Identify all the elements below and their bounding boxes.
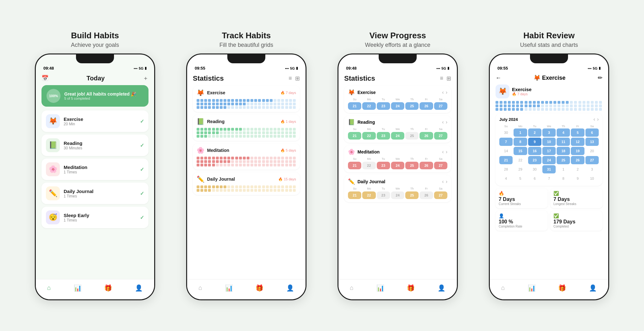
- completion-main: Great job! All habits completed 🎉: [64, 91, 136, 97]
- calendar-icon[interactable]: 📅: [41, 75, 48, 82]
- habit-name-reading: Reading: [64, 141, 136, 146]
- nav-person-2[interactable]: 👤: [286, 284, 294, 292]
- back-icon[interactable]: ←: [496, 75, 501, 81]
- nav-home-1[interactable]: ⌂: [47, 284, 51, 291]
- progress-icon-reading: 📗: [348, 119, 355, 126]
- phone-4: 09:55 ▪▪▪ 5G ▮ ← 🦊 Exercise ✏ 🦊: [489, 53, 609, 300]
- habit-card-sleep[interactable]: 😴 Sleep Early 1 Times ✓: [41, 207, 148, 228]
- nav-stats-3[interactable]: 📊: [376, 284, 384, 292]
- list-icon[interactable]: ≡: [288, 75, 292, 82]
- nav-gift-4[interactable]: 🎁: [558, 284, 566, 292]
- nav-stats-2[interactable]: 📊: [225, 284, 233, 292]
- phone-content-1: 📅 Today ＋ 100% Great job! All habits com…: [36, 72, 154, 298]
- completion-text: Great job! All habits completed 🎉 5 of 5…: [64, 91, 136, 100]
- nav-gift-2[interactable]: 🎁: [256, 284, 263, 292]
- cal-next[interactable]: ›: [597, 116, 599, 122]
- nav-stats-1[interactable]: 📊: [74, 284, 82, 292]
- tracker-label-exercise: Exercise: [207, 90, 225, 95]
- habit-card-reading[interactable]: 📗 Reading 30 Minutes ✓: [41, 134, 148, 156]
- next-icon-reading[interactable]: ›: [446, 119, 447, 125]
- habit-card-exercise[interactable]: 🦊 Exercise 20 Min ✓: [41, 110, 148, 132]
- prev-icon-exercise[interactable]: ‹: [442, 90, 444, 95]
- list-icon-3[interactable]: ≡: [440, 75, 443, 82]
- tracker-label-reading: Reading: [207, 119, 224, 124]
- stats-header-2: Statistics ≡ ⊞: [193, 72, 300, 86]
- stat-longest-streak: ✅ 7 Days Longest Streaks: [550, 188, 603, 208]
- tracker-meditation[interactable]: 🌸 Meditation 🔥 5 days: [193, 143, 300, 170]
- stat-label-4: Completed: [553, 225, 599, 228]
- tracker-icon-reading: 📗: [197, 118, 205, 125]
- time-1: 09:48: [43, 66, 54, 71]
- review-habit-name: Exercise: [512, 87, 532, 92]
- edit-icon[interactable]: ✏: [598, 74, 603, 81]
- stat-value-1: 7 Days: [499, 197, 545, 202]
- next-icon-meditation[interactable]: ›: [446, 149, 447, 155]
- section-subtitle-3: Weekly efforts at a glance: [365, 42, 430, 48]
- review-habit-details: Exercise 🔥 7 days: [512, 87, 532, 96]
- completion-pct: 100%: [47, 89, 60, 103]
- nav-person-1[interactable]: 👤: [135, 284, 143, 292]
- week-days-meditation: 21 22 23 24 25 26 27: [348, 162, 447, 169]
- tracker-name-journal: ✏️ Daily Journal: [197, 175, 235, 183]
- nav-stats-4[interactable]: 📊: [528, 284, 536, 292]
- week-labels-journal: SuMoTuWeThFrSa: [348, 187, 447, 190]
- add-icon[interactable]: ＋: [143, 74, 148, 82]
- nav-person-3[interactable]: 👤: [438, 284, 445, 292]
- grid-icon[interactable]: ⊞: [295, 75, 300, 82]
- review-icon-row: 🦊 Exercise 🔥 7 days: [496, 84, 603, 98]
- progress-icon-journal: ✏️: [348, 178, 355, 185]
- tracker-reading[interactable]: 📗 Reading 🔥 1 days: [193, 115, 300, 141]
- prev-icon-reading[interactable]: ‹: [442, 119, 444, 125]
- status-bar-3: 09:48 ▪▪▪ 5G ▮: [338, 63, 457, 72]
- stat-value-3: 100 %: [499, 219, 545, 225]
- cal-day-labels: Su Mo Tu We Th Fr Sa: [499, 124, 599, 128]
- nav-gift-3[interactable]: 🎁: [407, 284, 415, 292]
- next-icon-exercise[interactable]: ›: [446, 90, 447, 95]
- nav-home-4[interactable]: ⌂: [501, 284, 505, 291]
- progress-reading[interactable]: 📗 Reading ‹ › SuMoTuWeThFrSa 21 22: [344, 116, 451, 143]
- progress-meditation[interactable]: 🌸 Meditation ‹ › SuMoTuWeThFrSa 21 22: [344, 145, 451, 172]
- battery-icon: ▮: [145, 66, 147, 70]
- phone-notch-4: [530, 54, 568, 63]
- stat-icon-row-4: ✅: [553, 213, 599, 218]
- progress-header-journal: ✏️ Daily Journal ‹ ›: [348, 178, 447, 185]
- prev-icon-meditation[interactable]: ‹: [442, 149, 444, 155]
- dot-grid-reading: [197, 128, 296, 138]
- habit-check-exercise: ✓: [140, 118, 144, 124]
- phone-1: 09:48 ▪▪▪ 5G ▮ 📅 Today ＋ 100% Great job!…: [35, 53, 155, 300]
- progress-exercise[interactable]: 🦊 Exercise ‹ › SuMoTuWeThFrSa 21 22: [344, 86, 451, 113]
- phone-notch-3: [379, 54, 417, 63]
- grid-icon-3[interactable]: ⊞: [446, 75, 451, 82]
- cal-prev[interactable]: ‹: [593, 116, 595, 122]
- habit-sub-exercise: 20 Min: [64, 122, 136, 126]
- dot-grid-meditation: [197, 157, 296, 166]
- signal-icon-3: ▪▪▪: [437, 66, 440, 70]
- tracker-journal[interactable]: ✏️ Daily Journal 🔥 15 days: [193, 172, 300, 195]
- cal-nav: ‹ ›: [593, 116, 599, 122]
- nav-home-3[interactable]: ⌂: [350, 284, 354, 291]
- tracker-exercise[interactable]: 🦊 Exercise 🔥 7 days: [193, 86, 300, 112]
- progress-header-exercise: 🦊 Exercise ‹ ›: [348, 89, 447, 96]
- status-bar-1: 09:48 ▪▪▪ 5G ▮: [36, 63, 154, 72]
- progress-header-reading: 📗 Reading ‹ ›: [348, 119, 447, 126]
- cal-days: 30 1 2 3 4 5 6 7 8 9 10 11 12 13: [499, 128, 599, 183]
- section-title-2: Track Habits: [222, 31, 271, 41]
- section-title-1: Build Habits: [71, 31, 119, 41]
- nav-person-4[interactable]: 👤: [589, 284, 597, 292]
- progress-icon-exercise: 🦊: [348, 89, 355, 96]
- status-icons-3: ▪▪▪ 5G ▮: [437, 66, 449, 70]
- next-icon-journal[interactable]: ›: [446, 179, 447, 184]
- review-streak: 🔥 7 days: [512, 92, 532, 96]
- status-icons-1: ▪▪▪ 5G ▮: [134, 66, 147, 70]
- stat-icon-row-2: ✅: [553, 191, 599, 196]
- nav-gift-1[interactable]: 🎁: [104, 284, 112, 292]
- nav-home-2[interactable]: ⌂: [199, 284, 202, 291]
- habit-card-journal[interactable]: ✏️ Daily Journal 1 Times ✓: [41, 183, 148, 204]
- habit-icon-exercise: 🦊: [46, 114, 60, 128]
- tracker-icon-exercise: 🦊: [197, 89, 205, 97]
- progress-journal[interactable]: ✏️ Daily Journal ‹ › SuMoTuWeThFrSa 21: [344, 175, 451, 202]
- habit-card-meditation[interactable]: 🌸 Meditation 1 Times ✓: [41, 159, 148, 180]
- today-header: 📅 Today ＋: [41, 72, 148, 85]
- prev-icon-journal[interactable]: ‹: [442, 179, 444, 184]
- section-build-habits: Build Habits Achieve your goals 09:48 ▪▪…: [22, 31, 168, 300]
